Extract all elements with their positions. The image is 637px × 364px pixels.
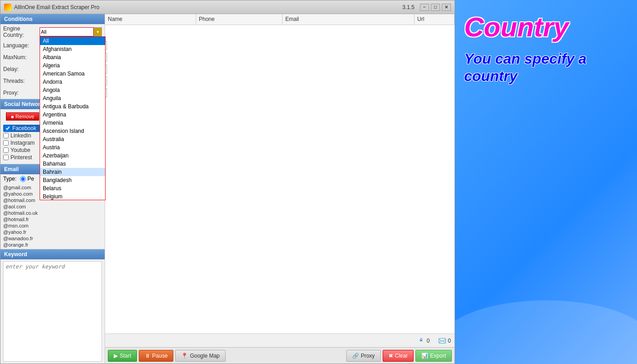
email-type-option: Pe (27, 176, 34, 182)
dropdown-option-anguila[interactable]: Anguila (40, 94, 105, 102)
keyword-section: Keyword (0, 249, 105, 364)
dropdown-option-all[interactable]: All (40, 37, 105, 45)
right-panel-subtitle: You can specify a country (464, 50, 628, 85)
pause-button[interactable]: ⏸ Pause (139, 350, 173, 362)
remove-icon: ■ (11, 114, 14, 119)
table-body (105, 25, 455, 334)
delay-label: Delay: (3, 66, 40, 72)
dropdown-option-argentina[interactable]: Argentina (40, 111, 105, 119)
window-controls: − □ ✕ (420, 4, 451, 11)
start-button[interactable]: ▶ Start (108, 350, 137, 362)
country-dropdown-list: All Afghanistan Albania Algeria American… (40, 36, 106, 200)
email-domain-orange: @orange.fr (3, 242, 102, 248)
maximize-button[interactable]: □ (431, 4, 440, 11)
link-status: 0 (418, 337, 430, 344)
table-header: Name Phone Email Url (105, 14, 455, 25)
google-map-button[interactable]: 📍 Google Map (175, 350, 225, 362)
instagram-label: Instagram (10, 140, 35, 146)
keyword-header: Keyword (0, 249, 105, 259)
right-panel-title: Country (464, 14, 569, 41)
dropdown-option-australia[interactable]: Australia (40, 135, 105, 143)
dropdown-option-austria[interactable]: Austria (40, 143, 105, 152)
engine-country-label: Engine Country: (3, 25, 40, 38)
start-icon: ▶ (114, 353, 118, 359)
dropdown-option-andorra[interactable]: Andorra (40, 78, 105, 86)
youtube-checkbox[interactable] (3, 147, 9, 153)
dropdown-option-azerbaijan[interactable]: Azerbaijan (40, 152, 105, 160)
col-header-url: Url (415, 14, 455, 25)
remove-button[interactable]: ■ Remove (6, 112, 39, 121)
dropdown-option-ascension-island[interactable]: Ascension Island (40, 127, 105, 135)
content-area: Conditions Engine Country: ▼ All Afghani… (0, 14, 455, 364)
email-status-icon (439, 337, 446, 344)
facebook-checkbox[interactable] (5, 126, 10, 131)
col-header-name: Name (105, 14, 196, 25)
facebook-label: Facebook (12, 125, 36, 131)
status-bar: 0 0 (105, 334, 455, 347)
proxy-button[interactable]: 🔗 Proxy (346, 350, 381, 362)
link-icon (418, 337, 425, 344)
app-icon (4, 4, 11, 11)
email-domain-msn: @msn.com (3, 222, 102, 229)
email-status: 0 (439, 337, 451, 344)
google-map-icon: 📍 (181, 353, 188, 359)
maxnum-label: MaxNum: (3, 54, 40, 61)
dropdown-arrow-icon[interactable]: ▼ (94, 27, 102, 36)
col-header-phone: Phone (196, 14, 283, 25)
email-domain-wanadoo: @wanadoo.fr (3, 235, 102, 242)
linkedin-label: LinkedIn (10, 132, 31, 139)
title-bar: AllInOne Email Extract Scraper Pro 3.1.5… (0, 0, 455, 14)
youtube-label: Youtube (10, 147, 30, 153)
dropdown-option-albania[interactable]: Albania (40, 53, 105, 61)
threads-label: Threads: (3, 78, 40, 84)
linkedin-checkbox[interactable] (3, 133, 9, 138)
email-type-label: Type: (3, 176, 16, 182)
pause-icon: ⏸ (145, 353, 150, 359)
app-version: 3.1.5 (402, 4, 415, 10)
dropdown-option-afghanistan[interactable]: Afghanistan (40, 45, 105, 53)
email-domain-hotmail-uk: @hotmail.co.uk (3, 210, 102, 216)
country-input[interactable] (40, 27, 94, 36)
minimize-button[interactable]: − (420, 4, 429, 11)
link-count: 0 (427, 338, 430, 344)
pinterest-label: Pinterest (10, 154, 32, 161)
language-label: Language: (3, 42, 40, 49)
dropdown-option-bangladesh[interactable]: Bangladesh (40, 176, 105, 184)
dropdown-option-american-samoa[interactable]: American Samoa (40, 70, 105, 78)
app-title: AllInOne Email Extract Scraper Pro (14, 4, 402, 10)
email-domain-aol: @aol.com (3, 203, 102, 210)
email-type-radio-label[interactable]: Pe (20, 176, 34, 182)
dropdown-option-angola[interactable]: Angola (40, 86, 105, 94)
email-type-radio[interactable] (20, 176, 26, 182)
main-area: Name Phone Email Url 0 (105, 14, 455, 364)
dropdown-option-bahrain[interactable]: Bahrain (40, 168, 105, 176)
instagram-checkbox[interactable] (3, 140, 9, 146)
dropdown-option-antigua[interactable]: Antigua & Barbuda (40, 102, 105, 111)
proxy-form-label: Proxy: (3, 90, 40, 96)
col-header-email: Email (283, 14, 415, 25)
email-domain-yahoo-fr: @yahoo.fr (3, 229, 102, 235)
dropdown-option-belarus[interactable]: Belarus (40, 184, 105, 192)
dropdown-option-bahamas[interactable]: Bahamas (40, 160, 105, 168)
clear-icon: ✖ (389, 353, 393, 359)
email-count: 0 (448, 338, 451, 344)
email-domain-hotmail-fr: @hotmail.fr (3, 216, 102, 222)
clear-button[interactable]: ✖ Clear (383, 350, 414, 362)
export-icon: 📊 (421, 353, 428, 359)
keyword-textarea[interactable] (3, 261, 102, 362)
footer-buttons: ▶ Start ⏸ Pause 📍 Google Map 🔗 Proxy (105, 347, 455, 364)
app-window: AllInOne Email Extract Scraper Pro 3.1.5… (0, 0, 455, 364)
proxy-icon: 🔗 (352, 353, 359, 359)
pinterest-checkbox[interactable] (3, 155, 9, 160)
country-dropdown-wrapper: ▼ All Afghanistan Albania Algeria Americ… (40, 27, 102, 36)
export-button[interactable]: 📊 Export (415, 350, 452, 362)
left-panel: Conditions Engine Country: ▼ All Afghani… (0, 14, 105, 364)
close-button[interactable]: ✕ (442, 4, 451, 11)
engine-country-row: Engine Country: ▼ All Afghanistan Albani… (0, 24, 105, 40)
conditions-header: Conditions (0, 14, 105, 24)
right-panel: Country You can specify a country (455, 0, 637, 364)
dropdown-option-algeria[interactable]: Algeria (40, 61, 105, 70)
dropdown-option-armenia[interactable]: Armenia (40, 119, 105, 127)
dropdown-option-belgium[interactable]: Belgium (40, 192, 105, 200)
